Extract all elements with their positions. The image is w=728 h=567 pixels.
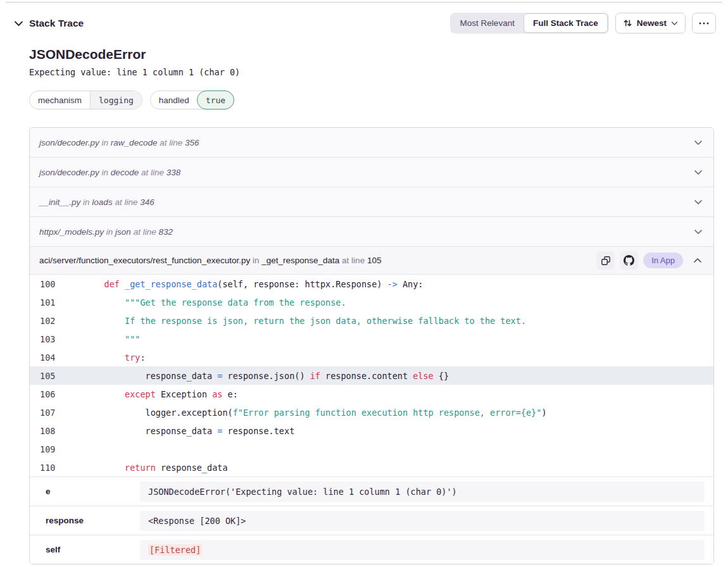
frame-line-number: 832 bbox=[158, 227, 173, 237]
chevron-up-icon bbox=[693, 258, 702, 263]
copy-icon bbox=[601, 256, 611, 266]
frame-line-number: 338 bbox=[166, 168, 181, 177]
variable-row: eJSONDecodeError('Expecting value: line … bbox=[30, 477, 713, 506]
frame-in-word: in bbox=[83, 197, 90, 207]
filtered-value: [Filtered] bbox=[148, 544, 202, 556]
frame-at-line-word: at line bbox=[115, 197, 137, 207]
frame-filename: aci/server/function_executors/rest_funct… bbox=[39, 256, 250, 265]
sort-arrows-icon bbox=[623, 18, 632, 28]
code-line: 103 """ bbox=[30, 330, 713, 348]
chevron-down-icon bbox=[14, 20, 23, 27]
frame-filename: __init__.py bbox=[39, 197, 80, 207]
github-button[interactable] bbox=[620, 251, 638, 270]
frame-function: _get_response_data bbox=[261, 256, 339, 265]
exception-type: JSONDecodeError bbox=[29, 47, 714, 62]
code-text: """ bbox=[84, 334, 140, 344]
variable-name: response bbox=[30, 516, 140, 525]
view-option-most-relevant[interactable]: Most Relevant bbox=[451, 14, 524, 32]
line-number: 108 bbox=[30, 426, 84, 436]
code-text: def _get_response_data(self, response: h… bbox=[84, 279, 423, 289]
line-number: 101 bbox=[30, 297, 84, 308]
code-text: If the response is json, return the json… bbox=[84, 316, 526, 326]
frame-function: decode bbox=[111, 168, 139, 177]
sort-button[interactable]: Newest bbox=[615, 13, 686, 34]
chevron-down-icon bbox=[694, 170, 703, 175]
header-controls: Most RelevantFull Stack Trace Newest bbox=[450, 13, 716, 34]
frame-actions: In App bbox=[596, 251, 707, 270]
chevron-down-icon bbox=[694, 199, 703, 205]
frame-line-number: 356 bbox=[185, 138, 199, 147]
variable-name: self bbox=[30, 545, 140, 554]
tag-value: true bbox=[197, 90, 234, 109]
line-number: 107 bbox=[30, 408, 84, 418]
stack-frame-expanded-header: aci/server/function_executors/rest_funct… bbox=[30, 247, 713, 275]
frame-line-number: 105 bbox=[367, 256, 382, 265]
chevron-down-icon bbox=[671, 21, 678, 26]
view-option-full-stack-trace[interactable]: Full Stack Trace bbox=[524, 13, 608, 33]
code-text: response_data = response.text bbox=[84, 426, 294, 436]
frame-at-line-word: at line bbox=[134, 227, 156, 237]
frame-title[interactable]: aci/server/function_executors/rest_funct… bbox=[39, 256, 381, 265]
tag-key: mechanism bbox=[30, 91, 90, 109]
code-text: return response_data bbox=[84, 463, 228, 473]
more-options-button[interactable] bbox=[692, 13, 716, 34]
frame-line-number: 346 bbox=[140, 197, 154, 207]
copy-button[interactable] bbox=[596, 251, 615, 270]
stack-frame-collapsed[interactable]: json/decoder.py in decode at line 338 bbox=[30, 158, 713, 187]
frame-in-word: in bbox=[106, 227, 113, 237]
line-number: 102 bbox=[30, 316, 84, 326]
variable-value: [Filtered] bbox=[140, 540, 705, 560]
frame-title: __init__.py in loads at line 346 bbox=[39, 197, 154, 207]
line-number: 104 bbox=[30, 352, 84, 363]
stack-frame-collapsed[interactable]: __init__.py in loads at line 346 bbox=[30, 187, 713, 217]
stack-trace-collapse-toggle[interactable]: Stack Trace bbox=[14, 18, 84, 29]
github-icon bbox=[624, 255, 634, 266]
line-number: 105 bbox=[30, 371, 84, 381]
frame-function: loads bbox=[92, 197, 112, 207]
sort-button-label: Newest bbox=[637, 18, 667, 28]
variable-value: <Response [200 OK]> bbox=[140, 511, 705, 531]
stack-trace-header: Stack Trace Most RelevantFull Stack Trac… bbox=[0, 3, 728, 34]
stack-frame-collapsed[interactable]: json/decoder.py in raw_decode at line 35… bbox=[30, 128, 713, 158]
tag-mechanism: mechanismlogging bbox=[29, 90, 142, 109]
frame-title: httpx/_models.py in json at line 832 bbox=[39, 227, 173, 237]
variable-row: response<Response [200 OK]> bbox=[30, 506, 713, 535]
code-line: 102 If the response is json, return the … bbox=[30, 311, 713, 330]
frame-function: raw_decode bbox=[111, 138, 158, 147]
variable-row: self[Filtered] bbox=[30, 535, 713, 564]
collapse-frame-button[interactable] bbox=[688, 251, 707, 270]
code-text: except Exception as e: bbox=[84, 389, 238, 399]
code-text: response_data = response.json() if respo… bbox=[84, 371, 449, 381]
variable-name: e bbox=[30, 487, 140, 496]
in-app-badge: In App bbox=[643, 252, 683, 268]
ellipsis-icon bbox=[699, 22, 709, 25]
tag-handled: handledtrue bbox=[150, 90, 234, 109]
code-line: 104 try: bbox=[30, 348, 713, 366]
code-line: 100 def _get_response_data(self, respons… bbox=[30, 275, 713, 293]
frame-title: json/decoder.py in decode at line 338 bbox=[39, 168, 180, 177]
stack-frames-card: json/decoder.py in raw_decode at line 35… bbox=[29, 127, 714, 564]
line-number: 100 bbox=[30, 279, 84, 289]
variables-list: eJSONDecodeError('Expecting value: line … bbox=[30, 477, 713, 564]
code-line: 101 """Get the response data from the re… bbox=[30, 293, 713, 311]
line-number: 106 bbox=[30, 389, 84, 399]
frame-in-word: in bbox=[102, 138, 109, 147]
variable-value: JSONDecodeError('Expecting value: line 1… bbox=[140, 482, 705, 502]
line-number: 103 bbox=[30, 334, 84, 344]
code-line: 110 return response_data bbox=[30, 458, 713, 477]
line-number: 109 bbox=[30, 444, 84, 454]
tag-value: logging bbox=[90, 91, 142, 109]
frame-filename: httpx/_models.py bbox=[39, 227, 104, 237]
exception-tags: mechanismlogginghandledtrue bbox=[29, 90, 714, 109]
frame-in-word: in bbox=[102, 168, 109, 177]
code-block: 100 def _get_response_data(self, respons… bbox=[30, 275, 713, 477]
line-number: 110 bbox=[30, 463, 84, 473]
section-title: Stack Trace bbox=[29, 18, 84, 29]
frame-in-word: in bbox=[253, 256, 260, 265]
frame-at-line-word: at line bbox=[342, 256, 365, 265]
frame-filename: json/decoder.py bbox=[39, 168, 99, 177]
code-line: 106 except Exception as e: bbox=[30, 385, 713, 403]
collapsed-frames: json/decoder.py in raw_decode at line 35… bbox=[30, 128, 713, 247]
stack-frame-collapsed[interactable]: httpx/_models.py in json at line 832 bbox=[30, 217, 713, 247]
chevron-down-icon bbox=[694, 229, 703, 235]
